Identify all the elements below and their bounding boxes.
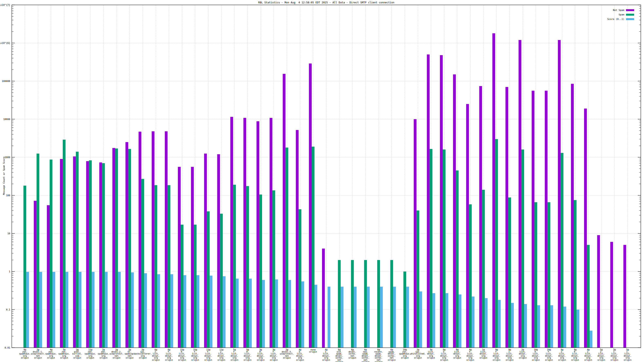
bar-score-0-1-24	[328, 287, 330, 348]
bar-spam-22	[299, 209, 302, 348]
y-tick-label: 1x10^{7}	[0, 4, 10, 6]
bar-not-spam-34	[453, 74, 456, 348]
bar-score-0-1-33	[446, 293, 448, 348]
x-tick-label: origin	[47, 357, 55, 359]
x-tick-label: origin	[100, 357, 107, 359]
x-tick-label: origin	[34, 357, 42, 359]
x-tick-label: origin	[519, 357, 527, 359]
bar-not-spam-10	[138, 132, 141, 348]
x-tick-label: origin	[165, 359, 173, 361]
bar-score-0-1-7	[105, 272, 108, 348]
bar-spam-23	[312, 147, 314, 348]
bar-not-spam-8	[112, 148, 115, 348]
bar-not-spam-46	[610, 242, 613, 348]
bar-spam-19	[259, 194, 262, 348]
x-tick-label: origin	[440, 359, 448, 361]
bar-spam-28	[377, 260, 380, 348]
bar-not-spam-42	[558, 40, 561, 348]
bar-not-spam-33	[440, 55, 443, 348]
bar-spam-17	[233, 185, 236, 348]
x-tick-label: origin	[584, 359, 592, 361]
bar-spam-40	[534, 202, 537, 348]
bar-not-spam-22	[296, 130, 299, 348]
bar-spam-42	[561, 153, 564, 348]
bar-spam-10	[141, 179, 144, 348]
bar-not-spam-5	[73, 156, 76, 348]
bar-score-0-1-38	[511, 303, 514, 348]
bar-score-0-1-30	[406, 287, 409, 348]
bar-not-spam-2	[34, 201, 36, 348]
bar-score-0-1-2	[40, 272, 42, 348]
bar-not-spam-43	[571, 84, 574, 348]
x-tick-label: origin	[270, 359, 278, 361]
x-tick-label: origin	[414, 357, 422, 359]
x-tick-label: origin	[610, 359, 618, 361]
bar-not-spam-21	[283, 74, 286, 348]
bar-not-spam-16	[217, 154, 220, 348]
bar-score-0-1-18	[249, 279, 252, 348]
x-tick-label: origin	[296, 359, 304, 361]
x-tick-label: origin	[178, 359, 186, 361]
x-tick-label: origin	[204, 359, 212, 361]
bar-spam-21	[286, 148, 288, 348]
y-tick-label: 1x10^{6}	[0, 42, 10, 44]
bar-spam-33	[443, 150, 446, 348]
bar-spam-13	[181, 225, 184, 348]
bar-spam-35	[469, 204, 472, 348]
x-tick-label: origin	[558, 359, 566, 361]
bar-not-spam-12	[165, 131, 168, 348]
bar-score-0-1-31	[420, 291, 422, 348]
bar-not-spam-15	[204, 154, 207, 348]
bar-not-spam-47	[624, 245, 626, 348]
bar-score-0-1-42	[564, 307, 566, 348]
bar-spam-1	[24, 186, 26, 348]
bar-not-spam-32	[427, 54, 430, 348]
x-tick-label: origin	[21, 357, 29, 359]
bar-score-0-1-29	[393, 287, 396, 348]
bars-layer	[24, 33, 626, 348]
x-tick-label: origin	[598, 359, 605, 361]
legend-item-spam: Spam	[608, 12, 634, 17]
bar-score-0-1-3	[52, 272, 55, 348]
bar-not-spam-19	[256, 121, 259, 348]
x-tick-label: origin	[192, 359, 199, 361]
bar-spam-3	[50, 160, 52, 348]
bar-score-0-1-27	[367, 287, 370, 348]
bar-spam-16	[220, 214, 223, 348]
chart-canvas: 1x10^{7}1x10^{6}1000001000010001001010.1…	[0, 0, 644, 362]
legend-swatch-not-spam	[626, 9, 634, 11]
bar-spam-4	[63, 140, 66, 348]
bar-spam-9	[128, 149, 131, 348]
bar-spam-44	[587, 245, 590, 348]
bar-score-0-1-14	[196, 275, 199, 348]
bar-spam-5	[76, 152, 78, 348]
bar-score-0-1-22	[302, 281, 304, 348]
x-tick-label: origin	[493, 359, 500, 361]
bar-spam-8	[115, 148, 118, 348]
bar-spam-31	[417, 211, 420, 348]
bar-not-spam-36	[479, 86, 482, 348]
rbl-statistics-chart: 1x10^{7}1x10^{6}1000001000010001001010.1…	[0, 0, 644, 362]
x-tick-label: origin	[86, 357, 94, 359]
bar-score-0-1-44	[590, 331, 592, 348]
bar-score-0-1-25	[341, 287, 344, 348]
x-tick-label: origin	[401, 357, 409, 359]
bar-spam-26	[351, 260, 354, 348]
x-tick-label: origin	[152, 359, 160, 361]
bar-spam-30	[403, 272, 406, 348]
bar-not-spam-4	[60, 159, 63, 348]
bar-spam-7	[102, 163, 105, 348]
bar-score-0-1-10	[144, 273, 147, 348]
legend-label-score: Score (0..1)	[608, 18, 624, 20]
bar-score-0-1-20	[275, 279, 278, 348]
bar-score-0-1-26	[354, 287, 357, 348]
bar-score-0-1-15	[210, 276, 212, 348]
bar-score-0-1-6	[92, 272, 95, 348]
bar-spam-29	[390, 260, 393, 348]
bar-score-0-1-5	[78, 272, 81, 348]
bar-spam-18	[246, 186, 249, 348]
chart-title: RBL Statistics - Mon Aug 4 12:58:05 EDT …	[12, 1, 641, 4]
bar-score-0-1-9	[131, 272, 134, 348]
legend-item-score: Score (0..1)	[608, 17, 634, 21]
x-tick-label: origin	[283, 357, 291, 359]
